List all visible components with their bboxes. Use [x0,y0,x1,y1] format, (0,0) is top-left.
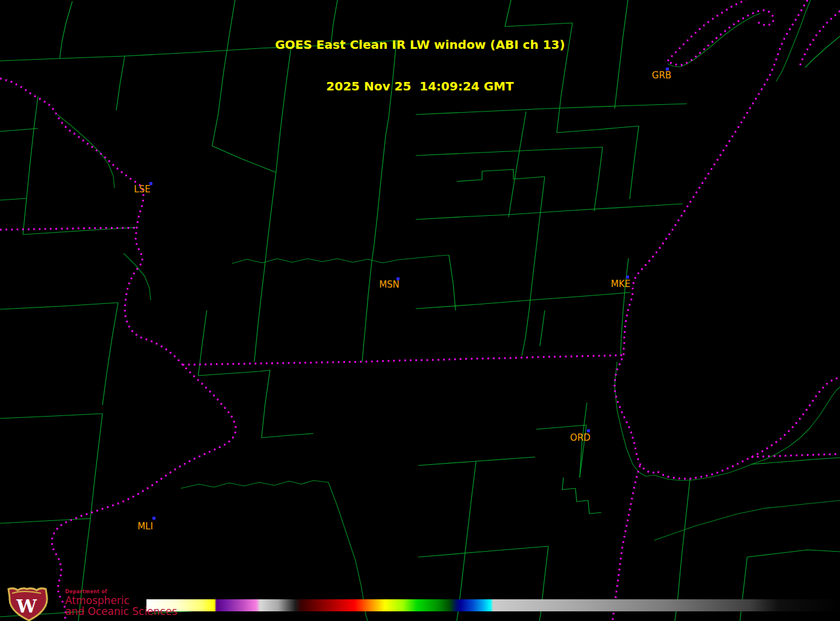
satellite-map-view: GOES East Clean IR LW window (ABI ch 13)… [0,0,840,621]
city-dot-icon [152,517,155,520]
city-label: MKE [611,279,630,289]
logo-dept-line: Department of [65,590,177,594]
uw-crest-icon: W [4,587,59,621]
city-dot-icon [626,276,629,279]
uw-aos-logo: W Department of Atmospheric and Oceanic … [4,587,208,621]
image-title: GOES East Clean IR LW window (ABI ch 13)… [0,10,840,121]
logo-line-oceanic: and Oceanic Sciences [65,607,177,617]
il-in-border-dotted-line [612,465,640,621]
city-dot-icon [587,429,590,432]
title-line-1: GOES East Clean IR LW window (ABI ch 13) [0,38,840,52]
logo-line-atmospheric: Atmospheric [65,596,177,606]
in-shoreline-east-dotted-line [751,454,840,457]
wi-il-border-dotted-line [183,355,624,365]
title-line-2: 2025 Nov 25 14:09:24 GMT [0,80,840,93]
svg-text:W: W [16,596,37,617]
city-label: LSE [134,184,150,195]
city-label: MLI [137,521,153,532]
city-label: ORD [570,432,591,443]
logo-text: Department of Atmospheric and Oceanic Sc… [65,590,177,617]
city-label: MSN [379,279,400,290]
mississippi-river-dotted-line [0,78,236,621]
ir-temperature-colorbar [146,599,840,611]
